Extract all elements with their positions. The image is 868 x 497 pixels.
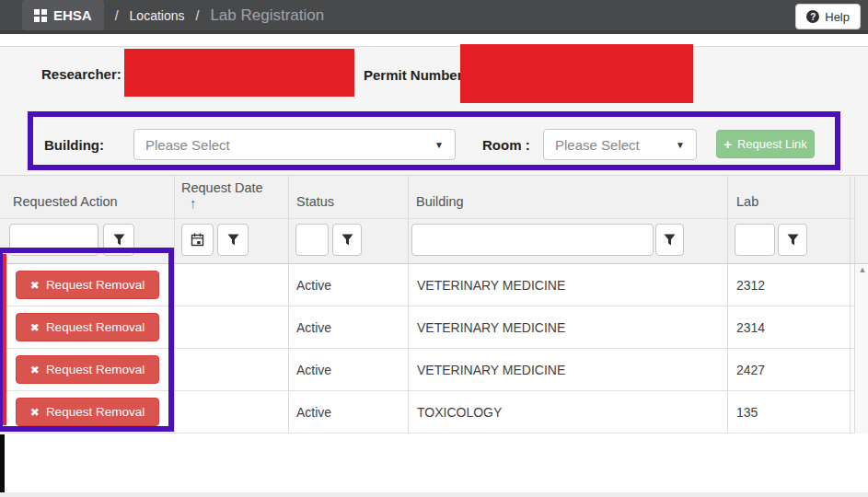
help-icon: ? [806,10,819,23]
lab-cell: 2314 [736,306,765,349]
request-removal-button[interactable]: ✖ Request Removal [16,313,159,341]
building-filter-input[interactable] [411,224,654,256]
status-filter-button[interactable] [332,224,362,256]
column-header-requested-action[interactable]: Requested Action [13,194,118,209]
request-date-calendar-button[interactable] [181,224,214,256]
request-link-button[interactable]: + Request Link [716,130,815,158]
page-title: Lab Registration [210,6,324,25]
column-header-request-date[interactable]: Request Date [181,180,263,195]
table-row: ✖ Request Removal Active TOXICOLOGY 135 [0,391,854,433]
requested-action-filter-button[interactable] [103,224,134,256]
table-header-divider [0,218,854,219]
request-removal-label: Request Removal [46,320,145,334]
grid-icon [34,9,47,22]
funnel-icon [787,234,799,246]
breadcrumb: / Locations / Lab Registration [115,6,325,25]
building-label: Building: [44,137,104,153]
status-cell: Active [296,264,331,306]
x-icon: ✖ [30,364,40,376]
scroll-up-icon[interactable]: ▲ [857,265,868,274]
app-name: EHSA [53,7,92,23]
lab-registration-screen: EHSA / Locations / Lab Registration ? He… [0,0,868,497]
column-divider [408,175,409,433]
table-row: ✖ Request Removal Active VETERINARY MEDI… [0,349,854,391]
lab-cell: 135 [736,391,758,433]
researcher-label: Researcher: [41,66,122,82]
column-header-lab[interactable]: Lab [736,194,758,209]
calendar-icon [191,233,204,247]
x-icon: ✖ [30,279,40,292]
column-divider [727,175,728,433]
x-icon: ✖ [30,406,40,419]
caret-down-icon: ▼ [676,140,685,150]
status-filter-input[interactable] [295,224,329,256]
researcher-value-redacted[interactable] [124,49,354,97]
building-cell: VETERINARY MEDICINE [417,349,565,391]
help-button[interactable]: ? Help [795,4,861,29]
request-removal-label: Request Removal [46,405,145,419]
left-edge-strip [0,434,5,492]
help-label: Help [825,10,850,24]
building-select[interactable]: Please Select ▼ [133,129,456,160]
funnel-icon [341,234,353,246]
column-divider [850,175,851,433]
requested-action-filter-input[interactable] [9,224,98,256]
breadcrumb-separator: / [115,8,119,23]
request-removal-label: Request Removal [46,363,145,376]
ehsa-logo[interactable]: EHSA [22,0,104,30]
building-cell: VETERINARY MEDICINE [417,306,565,349]
room-select-value: Please Select [555,137,640,153]
column-divider [174,175,175,433]
building-cell: TOXICOLOGY [417,391,502,433]
column-header-building[interactable]: Building [416,194,464,209]
caret-down-icon: ▼ [434,140,444,150]
funnel-icon [664,234,676,246]
request-date-filter-button[interactable] [217,224,249,256]
funnel-icon [113,234,125,246]
request-removal-button[interactable]: ✖ Request Removal [16,398,159,426]
request-removal-button[interactable]: ✖ Request Removal [16,271,159,299]
x-icon: ✖ [30,321,40,334]
room-select[interactable]: Please Select ▼ [543,129,697,160]
column-divider [288,175,289,433]
table-row: ✖ Request Removal Active VETERINARY MEDI… [0,306,854,349]
lab-filter-button[interactable] [778,224,807,256]
bottom-strip [0,492,868,497]
breadcrumb-separator: / [196,8,200,23]
table-row: ✖ Request Removal Active VETERINARY MEDI… [0,264,854,306]
permit-number-value-redacted[interactable] [460,44,693,103]
lab-cell: 2427 [736,349,765,391]
building-select-value: Please Select [145,137,230,153]
plus-icon: + [723,136,732,152]
status-cell: Active [296,349,331,391]
status-cell: Active [296,391,331,433]
building-cell: VETERINARY MEDICINE [417,264,565,306]
request-removal-label: Request Removal [46,278,145,292]
status-cell: Active [296,306,331,349]
breadcrumb-locations[interactable]: Locations [130,8,185,23]
request-removal-button[interactable]: ✖ Request Removal [16,355,159,384]
permit-number-label: Permit Number: [364,67,468,83]
sort-asc-icon[interactable]: ↑ [190,195,197,211]
request-link-label: Request Link [737,137,807,151]
building-filter-button[interactable] [655,224,684,256]
funnel-icon [227,234,239,246]
lab-filter-input[interactable] [735,224,775,256]
lab-cell: 2312 [736,264,765,306]
top-navbar: EHSA / Locations / Lab Registration ? He… [0,0,868,34]
vertical-scrollbar[interactable] [855,265,868,433]
room-label: Room : [482,137,530,153]
column-header-status[interactable]: Status [296,194,334,209]
